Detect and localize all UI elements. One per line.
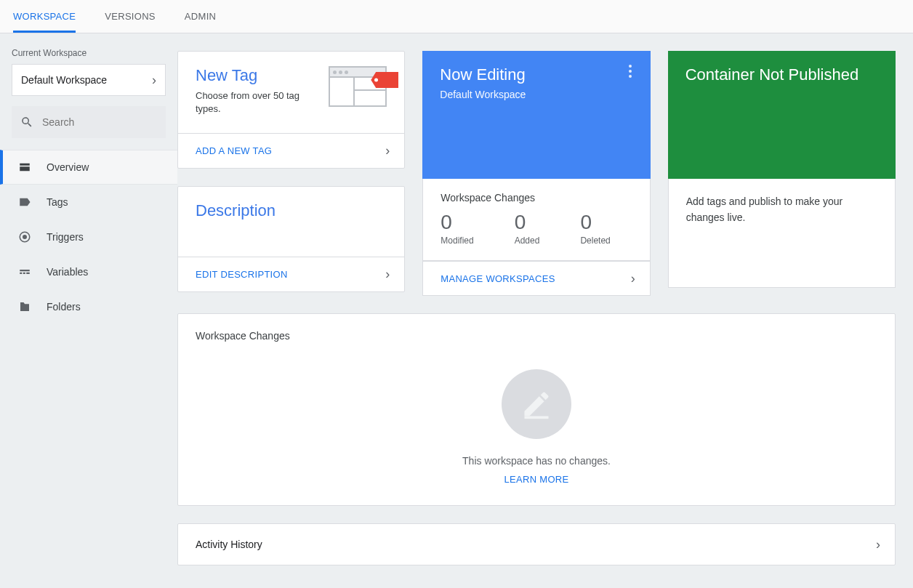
now-editing-workspace: Default Workspace bbox=[440, 89, 632, 100]
manage-workspaces-action[interactable]: MANAGE WORKSPACES › bbox=[422, 261, 650, 296]
manage-workspaces-label: MANAGE WORKSPACES bbox=[441, 273, 555, 284]
not-published-body: Add tags and publish to make your change… bbox=[686, 196, 843, 223]
tab-admin[interactable]: ADMIN bbox=[185, 0, 216, 33]
stat-deleted: 0 Deleted bbox=[580, 211, 610, 246]
stat-deleted-label: Deleted bbox=[580, 235, 610, 246]
edit-empty-icon bbox=[502, 369, 571, 439]
more-vert-icon bbox=[629, 65, 632, 78]
dashboard-icon bbox=[17, 160, 32, 174]
current-workspace-label: Current Workspace bbox=[12, 48, 166, 58]
chevron-right-icon: › bbox=[876, 537, 880, 552]
tab-versions[interactable]: VERSIONS bbox=[105, 0, 156, 33]
nav-folders[interactable]: Folders bbox=[0, 289, 177, 324]
main-content: New Tag Choose from over 50 tag types. bbox=[177, 33, 913, 588]
tag-illustration-icon bbox=[329, 66, 387, 107]
nav-label: Triggers bbox=[47, 231, 84, 243]
tag-icon bbox=[17, 195, 32, 209]
folder-icon bbox=[17, 299, 32, 314]
new-tag-subtitle: Choose from over 50 tag types. bbox=[196, 89, 312, 116]
stat-added-value: 0 bbox=[515, 211, 540, 234]
top-nav: WORKSPACE VERSIONS ADMIN bbox=[0, 0, 913, 33]
add-new-tag-label: ADD A NEW TAG bbox=[196, 145, 272, 156]
empty-state: This workspace has no changes. LEARN MOR… bbox=[178, 347, 895, 505]
not-published-title: Container Not Published bbox=[685, 65, 878, 84]
side-nav: Overview Tags Triggers Variables bbox=[0, 150, 177, 324]
now-editing-title: Now Editing bbox=[440, 65, 632, 84]
not-published-card: Container Not Published Add tags and pub… bbox=[668, 51, 896, 288]
description-card: Description EDIT DESCRIPTION › bbox=[177, 186, 405, 292]
stat-deleted-value: 0 bbox=[580, 211, 610, 234]
trigger-icon bbox=[17, 230, 32, 244]
new-tag-card: New Tag Choose from over 50 tag types. bbox=[177, 51, 405, 169]
add-new-tag-action[interactable]: ADD A NEW TAG › bbox=[178, 133, 404, 168]
not-published-header: Container Not Published bbox=[668, 51, 896, 179]
activity-history-row[interactable]: Activity History › bbox=[178, 524, 895, 565]
description-title: Description bbox=[196, 201, 387, 220]
workspace-changes-panel-title: Workspace Changes bbox=[178, 314, 895, 347]
search-input[interactable] bbox=[33, 116, 169, 128]
nav-variables[interactable]: Variables bbox=[0, 254, 177, 289]
stat-modified-label: Modified bbox=[441, 235, 473, 246]
sidebar: Current Workspace Default Workspace › Ov… bbox=[0, 33, 177, 588]
more-menu-button[interactable] bbox=[619, 60, 642, 83]
svg-point-1 bbox=[23, 235, 27, 239]
nav-label: Folders bbox=[47, 301, 81, 313]
tab-workspace[interactable]: WORKSPACE bbox=[13, 0, 76, 33]
nav-tags[interactable]: Tags bbox=[0, 185, 177, 220]
search-icon bbox=[20, 115, 33, 129]
chevron-right-icon: › bbox=[385, 267, 390, 282]
stat-added: 0 Added bbox=[515, 211, 540, 246]
nav-label: Tags bbox=[47, 196, 68, 208]
workspace-changes-panel: Workspace Changes This workspace has no … bbox=[177, 313, 896, 506]
stat-added-label: Added bbox=[515, 235, 540, 246]
search-container[interactable] bbox=[12, 106, 166, 138]
now-editing-card: Now Editing Default Workspace Workspace … bbox=[422, 51, 650, 296]
activity-history-card: Activity History › bbox=[177, 523, 896, 565]
nav-overview[interactable]: Overview bbox=[0, 150, 177, 185]
nav-label: Overview bbox=[47, 161, 89, 173]
chevron-right-icon: › bbox=[152, 73, 156, 88]
stat-modified-value: 0 bbox=[441, 211, 473, 234]
stat-modified: 0 Modified bbox=[441, 211, 473, 246]
chevron-right-icon: › bbox=[631, 271, 635, 286]
new-tag-title: New Tag bbox=[196, 66, 312, 85]
variable-icon bbox=[17, 265, 32, 279]
workspace-selector[interactable]: Default Workspace › bbox=[12, 64, 166, 96]
empty-state-text: This workspace has no changes. bbox=[462, 455, 611, 467]
workspace-changes-label: Workspace Changes bbox=[441, 192, 632, 204]
activity-history-title: Activity History bbox=[196, 539, 262, 550]
edit-description-action[interactable]: EDIT DESCRIPTION › bbox=[178, 257, 404, 291]
svg-rect-2 bbox=[525, 416, 549, 419]
edit-description-label: EDIT DESCRIPTION bbox=[196, 269, 288, 280]
learn-more-link[interactable]: LEARN MORE bbox=[504, 474, 569, 485]
nav-label: Variables bbox=[47, 266, 88, 278]
now-editing-header: Now Editing Default Workspace bbox=[422, 51, 650, 179]
nav-triggers[interactable]: Triggers bbox=[0, 220, 177, 254]
workspace-name: Default Workspace bbox=[21, 74, 107, 86]
chevron-right-icon: › bbox=[385, 143, 390, 158]
